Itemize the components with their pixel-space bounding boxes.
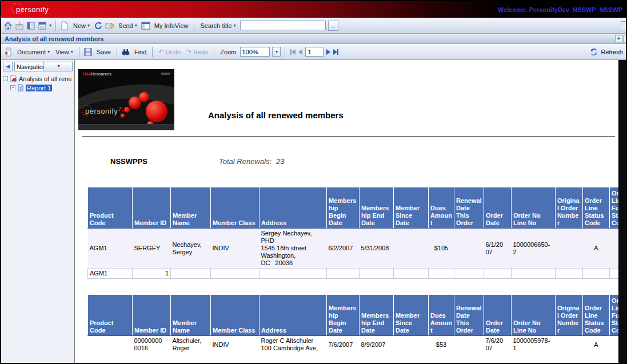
column-header: Order No Line No (512, 187, 556, 229)
renewals-table-1: Product CodeMember IDMember NameMember C… (87, 187, 618, 279)
column-header: Member ID (133, 295, 171, 336)
table-cell: A (610, 229, 619, 269)
redo-icon: ↷ (186, 48, 191, 55)
previous-page-button[interactable] (298, 47, 302, 57)
find-button[interactable]: Find (133, 48, 148, 56)
table-cell (394, 336, 429, 354)
document-menu-button[interactable]: Document ▾ (15, 48, 51, 56)
last-page-button[interactable] (333, 47, 338, 57)
column-header: Original Order Number (556, 187, 583, 229)
favorites-icon[interactable] (15, 21, 24, 30)
table-cell: 1 (133, 269, 171, 279)
total-renewals: Total Renewals:23 (219, 157, 284, 166)
column-header: Order Line Fulfill Status Code (610, 187, 619, 229)
refresh-button[interactable]: Refresh (589, 47, 623, 57)
table-cell: 6/2/2007 (327, 229, 360, 269)
redo-button[interactable]: ↷ Redo (185, 47, 210, 56)
search-title-label: Search title (200, 22, 231, 29)
column-header: Member Since Date (394, 187, 429, 229)
my-infoview-icon[interactable] (141, 21, 150, 30)
column-header: Member Since Date (394, 295, 429, 336)
document-tree: - Analysis of all rene + Report 1 (3, 75, 73, 91)
red-sphere (146, 101, 167, 122)
expand-node-icon[interactable]: + (10, 85, 15, 90)
doctoolbar-separator (152, 47, 153, 57)
collapse-panel-icon[interactable]: ◀ (3, 62, 13, 71)
save-icon[interactable] (83, 47, 93, 57)
column-header: Member Class (211, 295, 259, 336)
add-tab-icon[interactable]: + (615, 35, 622, 42)
zoom-caret-icon[interactable]: ▾ (272, 47, 281, 57)
send-button[interactable]: Send ▾ (117, 22, 139, 30)
red-sphere (139, 92, 149, 102)
renewals-table-1-wrap: Product CodeMember IDMember NameMember C… (87, 187, 618, 279)
body-row: ◀ Navigation M... ▾ - Analysis of all re… (1, 60, 626, 363)
table-cell (454, 229, 484, 269)
splash-corner-mark (161, 73, 170, 75)
refresh-label: Refresh (601, 49, 623, 55)
tree-node-report-root[interactable]: - Analysis of all rene (3, 75, 73, 82)
table-cell (556, 269, 583, 279)
search-title-dropdown[interactable]: Search title ▾ (198, 22, 237, 30)
zoom-value-input[interactable] (240, 47, 270, 57)
table-cell: SERGEY (133, 229, 171, 269)
save-button[interactable]: Save (95, 48, 113, 56)
right-edge-strip (618, 60, 626, 363)
column-header: Membership End Date (360, 295, 394, 336)
tab-edge-partial-icon (624, 35, 627, 42)
table-cell: 1000006650- 2 (512, 229, 556, 269)
new-document-icon[interactable] (60, 21, 69, 30)
table-cell: Roger C Altschuler 100 Cambridge Ave, (259, 336, 327, 354)
table-cell (394, 229, 429, 269)
circular-arrows-icon[interactable] (94, 21, 103, 30)
zoom-label: Zoom (218, 48, 238, 56)
document-menu-icon[interactable] (4, 47, 13, 57)
page-number-input[interactable] (305, 47, 324, 57)
view-options-caret-icon[interactable]: ▾ (49, 23, 51, 28)
table-cell (556, 336, 583, 354)
view-menu-label: View (55, 49, 69, 55)
my-infoview-button[interactable]: My InfoView (153, 22, 190, 30)
report-tab-bar: Analysis of all renewed members + (1, 34, 626, 44)
report-canvas: TMAResources personify7.0 Analysis of al… (75, 60, 618, 363)
navigation-map-dropdown[interactable]: Navigation M... ▾ (14, 62, 73, 71)
table-cell: 7/6/2007 (327, 336, 360, 354)
table-cell (88, 336, 133, 354)
column-header: Member Class (211, 187, 259, 229)
navigation-map-caret-icon: ▾ (43, 62, 73, 71)
table-cell: 5/31/2008 (360, 229, 394, 269)
view-menu-button[interactable]: View ▾ (54, 48, 75, 56)
send-icon[interactable] (105, 21, 114, 30)
folder-list-icon[interactable] (38, 21, 47, 30)
group-label: NSSWPPS (110, 157, 147, 166)
find-icon[interactable] (121, 47, 130, 57)
column-header: Order Line Fulfill Status Code (610, 295, 619, 336)
first-page-button[interactable] (290, 47, 295, 57)
search-input[interactable] (240, 21, 326, 30)
collapse-node-icon[interactable]: - (3, 76, 8, 81)
tree-report1-label: Report 1 (26, 85, 52, 91)
document-list-icon[interactable] (26, 21, 35, 30)
search-go-icon[interactable]: → (328, 21, 338, 31)
header-row: Product CodeMember IDMember NameMember C… (88, 295, 619, 336)
column-header: Member ID (133, 187, 171, 229)
navigation-map-value: Navigation M... (15, 63, 43, 70)
total-renewals-value: 23 (276, 157, 284, 166)
next-page-button[interactable] (326, 47, 330, 57)
column-header: Original Order Number (556, 295, 583, 336)
home-icon[interactable] (3, 21, 13, 30)
personify-splash-image: TMAResources personify7.0 (78, 69, 174, 130)
splash-personify-logo: personify7.0 (85, 107, 127, 115)
column-header: Order No Line No (512, 295, 556, 336)
tree-node-report-1[interactable]: + Report 1 (3, 84, 73, 91)
column-header: Membership End Date (360, 187, 394, 229)
save-label: Save (97, 49, 111, 55)
table-cell: INDIV (211, 229, 259, 269)
new-caret-icon: ▾ (87, 23, 90, 28)
document-menu-label: Document (17, 49, 46, 55)
column-header: Order Line Status Code (583, 187, 610, 229)
table-cell: X (610, 336, 619, 354)
table-cell (484, 269, 512, 279)
undo-button[interactable]: ↶ Undo (157, 47, 182, 56)
new-button[interactable]: New ▾ (71, 22, 91, 30)
